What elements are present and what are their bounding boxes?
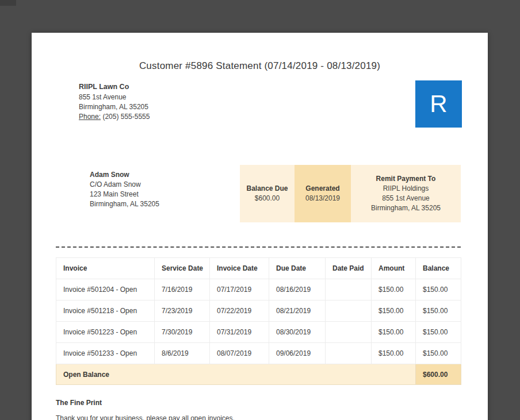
cell-balance: $150.00 bbox=[416, 322, 461, 343]
cell-due-date: 08/16/2019 bbox=[269, 279, 326, 300]
cell-date-paid bbox=[326, 343, 372, 364]
open-balance-label: Open Balance bbox=[56, 364, 416, 385]
balance-due-value: $600.00 bbox=[255, 194, 280, 203]
customer-care-of-line: C/O Adam Snow bbox=[90, 180, 159, 190]
cell-invoice: Invoice #501218 - Open bbox=[56, 300, 155, 322]
open-balance-row: Open Balance $600.00 bbox=[56, 364, 461, 385]
cell-due-date: 09/06/2019 bbox=[269, 343, 326, 364]
cell-service-date: 8/6/2019 bbox=[155, 343, 210, 364]
document-viewer-background: Customer #5896 Statement (07/14/2019 - 0… bbox=[0, 0, 520, 420]
table-row: Invoice #501223 - Open 7/30/2019 07/31/2… bbox=[56, 322, 461, 343]
cell-invoice-date: 07/31/2019 bbox=[210, 322, 269, 343]
table-row: Invoice #501204 - Open 7/16/2019 07/17/2… bbox=[56, 279, 461, 300]
company-name: RIIPL Lawn Co bbox=[79, 82, 150, 92]
col-header-balance: Balance bbox=[416, 258, 461, 279]
company-phone-line: Phone: (205) 555-5555 bbox=[79, 112, 150, 122]
company-address-block: RIIPL Lawn Co 855 1st Avenue Birmingham,… bbox=[79, 82, 150, 122]
cell-service-date: 7/16/2019 bbox=[155, 279, 210, 300]
cell-date-paid bbox=[326, 279, 372, 300]
customer-address-block: Adam Snow C/O Adam Snow 123 Main Street … bbox=[90, 170, 159, 209]
col-header-date-paid: Date Paid bbox=[326, 258, 372, 279]
generated-label: Generated bbox=[305, 184, 339, 194]
cell-date-paid bbox=[326, 322, 372, 343]
statement-title: Customer #5896 Statement (07/14/2019 - 0… bbox=[32, 60, 488, 72]
cell-amount: $150.00 bbox=[372, 279, 416, 300]
fine-print-text: Thank you for your business, please pay … bbox=[56, 414, 235, 420]
cell-invoice-date: 07/22/2019 bbox=[210, 300, 269, 322]
generated-value: 08/13/2019 bbox=[305, 194, 340, 203]
company-logo: R bbox=[415, 80, 462, 128]
company-address-line2: Birmingham, AL 35205 bbox=[79, 102, 150, 112]
col-header-service-date: Service Date bbox=[155, 258, 210, 279]
col-header-invoice: Invoice bbox=[56, 258, 155, 279]
remit-payment-label: Remit Payment To bbox=[376, 174, 436, 184]
invoice-table: Invoice Service Date Invoice Date Due Da… bbox=[56, 257, 461, 385]
company-phone-number: (205) 555-5555 bbox=[102, 113, 150, 121]
generated-date-box: Generated 08/13/2019 bbox=[295, 165, 351, 222]
balance-due-label: Balance Due bbox=[246, 184, 288, 194]
cell-invoice: Invoice #501223 - Open bbox=[56, 322, 155, 343]
cell-due-date: 08/30/2019 bbox=[269, 322, 326, 343]
remit-address-line2: Birmingham, AL 35205 bbox=[371, 203, 441, 213]
table-header-row: Invoice Service Date Invoice Date Due Da… bbox=[56, 258, 461, 279]
balance-due-box: Balance Due $600.00 bbox=[240, 165, 295, 222]
cell-amount: $150.00 bbox=[372, 300, 416, 322]
customer-city-line: Birmingham, AL 35205 bbox=[90, 199, 159, 209]
table-row: Invoice #501218 - Open 7/23/2019 07/22/2… bbox=[56, 300, 461, 322]
statement-document-page: Customer #5896 Statement (07/14/2019 - 0… bbox=[32, 33, 488, 420]
cell-amount: $150.00 bbox=[372, 322, 416, 343]
phone-label: Phone: bbox=[79, 113, 101, 121]
statement-summary-boxes: Balance Due $600.00 Generated 08/13/2019… bbox=[240, 165, 461, 222]
viewer-corner bbox=[0, 0, 16, 6]
col-header-amount: Amount bbox=[372, 258, 416, 279]
customer-street-line: 123 Main Street bbox=[90, 190, 159, 199]
company-address-line1: 855 1st Avenue bbox=[79, 93, 150, 102]
open-balance-value: $600.00 bbox=[416, 364, 461, 385]
fine-print-heading: The Fine Print bbox=[56, 399, 102, 407]
cell-amount: $150.00 bbox=[372, 343, 416, 364]
cell-service-date: 7/30/2019 bbox=[155, 322, 210, 343]
cell-date-paid bbox=[326, 300, 372, 322]
col-header-due-date: Due Date bbox=[269, 258, 326, 279]
cell-balance: $150.00 bbox=[416, 279, 461, 300]
cell-due-date: 08/21/2019 bbox=[269, 300, 326, 322]
cell-service-date: 7/23/2019 bbox=[155, 300, 210, 322]
logo-letter: R bbox=[430, 92, 447, 116]
remit-payment-box: Remit Payment To RIIPL Holdings 855 1st … bbox=[351, 165, 461, 222]
remit-name: RIIPL Holdings bbox=[383, 184, 429, 194]
table-row: Invoice #501233 - Open 8/6/2019 08/07/20… bbox=[56, 343, 461, 364]
cell-balance: $150.00 bbox=[416, 343, 461, 364]
dotted-separator bbox=[56, 246, 461, 248]
cell-invoice: Invoice #501233 - Open bbox=[56, 343, 155, 364]
customer-name: Adam Snow bbox=[90, 170, 159, 180]
cell-invoice-date: 08/07/2019 bbox=[210, 343, 269, 364]
cell-balance: $150.00 bbox=[416, 300, 461, 322]
cell-invoice-date: 07/17/2019 bbox=[210, 279, 269, 300]
remit-address-line1: 855 1st Avenue bbox=[382, 194, 430, 203]
col-header-invoice-date: Invoice Date bbox=[210, 258, 269, 279]
cell-invoice: Invoice #501204 - Open bbox=[56, 279, 155, 300]
